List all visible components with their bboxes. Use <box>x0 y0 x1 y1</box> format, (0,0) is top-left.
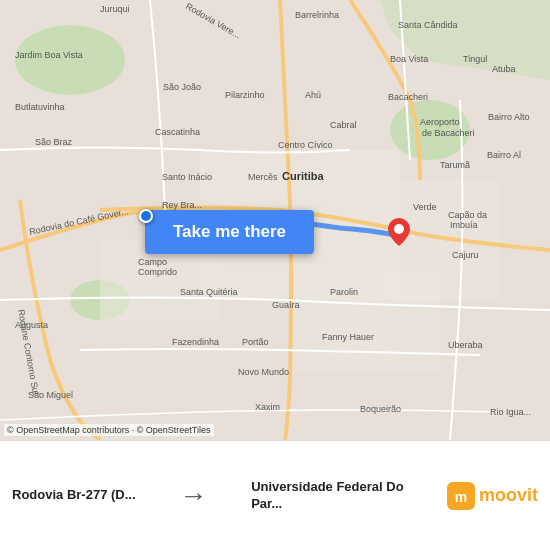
svg-text:Santa Cândida: Santa Cândida <box>398 20 458 30</box>
svg-text:Portão: Portão <box>242 337 269 347</box>
svg-text:Fanny Hauer: Fanny Hauer <box>322 332 374 342</box>
svg-text:Curitiba: Curitiba <box>282 170 324 182</box>
destination-pin <box>388 218 410 250</box>
svg-text:Tingul: Tingul <box>463 54 487 64</box>
svg-text:São João: São João <box>163 82 201 92</box>
svg-text:Parolin: Parolin <box>330 287 358 297</box>
svg-text:Rey Bra...: Rey Bra... <box>162 200 202 210</box>
svg-text:Cascatinha: Cascatinha <box>155 127 200 137</box>
svg-text:Boa Vista: Boa Vista <box>390 54 428 64</box>
svg-text:Uberaba: Uberaba <box>448 340 483 350</box>
svg-text:Capão da: Capão da <box>448 210 487 220</box>
origin-stop: Rodovia Br-277 (D... <box>12 487 136 504</box>
origin-label: Rodovia Br-277 (D... <box>12 487 136 504</box>
svg-text:Cabral: Cabral <box>330 120 357 130</box>
svg-text:Mercês: Mercês <box>248 172 278 182</box>
destination-stop: Universidade Federal Do Par... <box>251 479 411 513</box>
moovit-logo: m moovit <box>447 482 538 510</box>
bottom-bar: Rodovia Br-277 (D... → Universidade Fede… <box>0 440 550 550</box>
svg-text:Boqueirão: Boqueirão <box>360 404 401 414</box>
moovit-brand-text: moovit <box>479 485 538 506</box>
svg-text:Novo Mundo: Novo Mundo <box>238 367 289 377</box>
svg-text:Bacacheri: Bacacheri <box>388 92 428 102</box>
svg-text:Fazendinha: Fazendinha <box>172 337 219 347</box>
svg-text:Centro Cívico: Centro Cívico <box>278 140 333 150</box>
svg-text:Atuba: Atuba <box>492 64 516 74</box>
svg-text:Cajuru: Cajuru <box>452 250 479 260</box>
svg-text:m: m <box>455 489 467 505</box>
take-me-there-button[interactable]: Take me there <box>145 210 314 254</box>
svg-point-56 <box>394 224 404 234</box>
svg-text:Barrelrinha: Barrelrinha <box>295 10 339 20</box>
svg-text:São Miguel: São Miguel <box>28 390 73 400</box>
svg-text:Campo: Campo <box>138 257 167 267</box>
svg-text:Santo Inácio: Santo Inácio <box>162 172 212 182</box>
svg-text:Rio Igua...: Rio Igua... <box>490 407 531 417</box>
app: Rodovia do Café Gover... Rodane Contorno… <box>0 0 550 550</box>
svg-text:Santa Quitéria: Santa Quitéria <box>180 287 238 297</box>
svg-point-1 <box>15 25 125 95</box>
svg-text:Imbuía: Imbuía <box>450 220 478 230</box>
map-container: Rodovia do Café Gover... Rodane Contorno… <box>0 0 550 440</box>
svg-text:Aeroporto: Aeroporto <box>420 117 460 127</box>
svg-text:Verde: Verde <box>413 202 437 212</box>
svg-text:Pilarzinho: Pilarzinho <box>225 90 265 100</box>
svg-text:Ahú: Ahú <box>305 90 321 100</box>
map-attribution: © OpenStreetMap contributors · © OpenStr… <box>4 424 214 436</box>
svg-text:Jardim Boa Vista: Jardim Boa Vista <box>15 50 83 60</box>
svg-text:de Bacacheri: de Bacacheri <box>422 128 475 138</box>
origin-pin <box>139 209 153 223</box>
svg-text:Xaxim: Xaxim <box>255 402 280 412</box>
svg-text:Bairro Alto: Bairro Alto <box>488 112 530 122</box>
destination-label: Universidade Federal Do Par... <box>251 479 411 513</box>
svg-text:Guaíra: Guaíra <box>272 300 300 310</box>
route-arrow-icon: → <box>179 480 207 512</box>
svg-text:Augusta: Augusta <box>15 320 48 330</box>
svg-text:São Braz: São Braz <box>35 137 73 147</box>
svg-text:Comprido: Comprido <box>138 267 177 277</box>
svg-text:Butlatuvinha: Butlatuvinha <box>15 102 65 112</box>
svg-text:Juruqui: Juruqui <box>100 4 130 14</box>
svg-text:Tarumã: Tarumã <box>440 160 470 170</box>
svg-text:Bairro Al: Bairro Al <box>487 150 521 160</box>
